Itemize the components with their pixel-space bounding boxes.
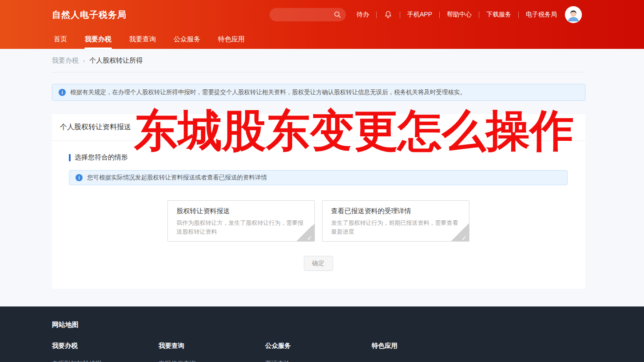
- search-container: [270, 8, 346, 21]
- etax-bureau-link[interactable]: 电子税务局: [526, 11, 557, 19]
- footer-link[interactable]: 票证查验: [265, 360, 372, 362]
- footer-link[interactable]: 申报信息查询: [159, 360, 265, 362]
- card-title: 查看已报送资料的受理详情: [331, 207, 460, 215]
- avatar-image: [565, 6, 582, 23]
- chevron-right-icon: ›: [83, 57, 85, 64]
- footer-col-heading: 特色应用: [372, 342, 478, 350]
- top-notice-text: 根据有关规定，在办理个人股权转让所得申报时，需要提交个人股权转让相关资料，股权受…: [70, 88, 466, 96]
- card-title: 股权转让资料报送: [177, 207, 306, 215]
- divider: [518, 12, 519, 18]
- sitemap-heading: 网站地图: [52, 321, 644, 329]
- section-label-text: 选择您符合的情形: [75, 153, 128, 162]
- user-avatar[interactable]: [565, 6, 582, 23]
- main-panel: 个人股权转让资料报送 选择您符合的情形 i 您可根据实际情况发起股权转让资料报送…: [52, 114, 585, 289]
- footer-col-featured-apps: 特色应用: [372, 342, 478, 362]
- mobile-app-link[interactable]: 手机APP: [407, 11, 432, 19]
- breadcrumb-parent[interactable]: 我要办税: [52, 56, 79, 65]
- card-description: 发生了股权转让行为，前期已报送资料，需要查看最新进度: [331, 219, 460, 236]
- section-accent-bar: [69, 154, 71, 161]
- divider: [439, 12, 440, 18]
- card-submit-transfer-materials[interactable]: 股权转让资料报送 我作为股权转让方，发生了股权转让行为，需要报送股权转让资料: [167, 200, 315, 242]
- divider: [400, 12, 400, 18]
- breadcrumb-current: 个人股权转让所得: [89, 56, 143, 65]
- info-icon: i: [59, 89, 66, 96]
- confirm-button[interactable]: 确定: [304, 256, 333, 271]
- brand-title: 自然人电子税务局: [52, 9, 127, 21]
- page-content: 我要办税 › 个人股权转让所得 i 根据有关规定，在办理个人股权转让所得申报时，…: [52, 49, 585, 289]
- panel-title: 个人股权转让资料报送: [52, 114, 585, 141]
- footer-col-query: 我要查询 申报信息查询: [159, 342, 265, 362]
- notification-bell-icon[interactable]: [384, 10, 393, 19]
- option-cards: 股权转让资料报送 我作为股权转让方，发生了股权转让行为，需要报送股权转让资料 查…: [69, 200, 568, 242]
- page-footer: 网站地图 我要办税 专项附加扣除填报 我要查询 申报信息查询 公众服务 票证查验…: [0, 306, 644, 362]
- footer-col-heading: 我要办税: [52, 342, 159, 350]
- main-nav: 首页 我要办税 我要查询 公众服务 特色应用: [0, 29, 644, 49]
- nav-item-query[interactable]: 我要查询: [127, 29, 158, 49]
- footer-col-tax-handling: 我要办税 专项附加扣除填报: [52, 342, 159, 362]
- footer-columns: 我要办税 专项附加扣除填报 我要查询 申报信息查询 公众服务 票证查验 特色应用: [52, 342, 644, 362]
- app-header: 自然人电子税务局 待办 手机APP 帮助中心 下载服务 电子税务局: [0, 0, 644, 49]
- footer-col-heading: 我要查询: [159, 342, 265, 350]
- divider: [376, 12, 377, 18]
- info-icon: i: [76, 174, 83, 181]
- help-center-link[interactable]: 帮助中心: [447, 11, 472, 19]
- search-icon[interactable]: [334, 11, 342, 19]
- download-service-link[interactable]: 下载服务: [486, 11, 511, 19]
- header-top-row: 自然人电子税务局 待办 手机APP 帮助中心 下载服务 电子税务局: [0, 0, 644, 29]
- confirm-row: 确定: [69, 256, 568, 271]
- footer-link[interactable]: 专项附加扣除填报: [52, 360, 159, 362]
- nav-item-tax-handling[interactable]: 我要办税: [83, 29, 113, 49]
- checkmark-corner-icon: [297, 223, 314, 241]
- card-description: 我作为股权转让方，发生了股权转让行为，需要报送股权转让资料: [177, 219, 306, 236]
- divider: [479, 12, 479, 18]
- nav-item-home[interactable]: 首页: [52, 29, 69, 49]
- inner-notice-text: 您可根据实际情况发起股权转让资料报送或者查看已报送的资料详情: [87, 174, 267, 182]
- section-label: 选择您符合的情形: [69, 153, 568, 162]
- breadcrumb: 我要办税 › 个人股权转让所得: [52, 49, 585, 72]
- header-menu: 待办 手机APP 帮助中心 下载服务 电子税务局: [357, 10, 557, 19]
- panel-body: 选择您符合的情形 i 您可根据实际情况发起股权转让资料报送或者查看已报送的资料详…: [52, 153, 585, 289]
- footer-col-heading: 公众服务: [265, 342, 372, 350]
- top-notice-banner: i 根据有关规定，在办理个人股权转让所得申报时，需要提交个人股权转让相关资料，股…: [52, 84, 585, 101]
- inner-notice-banner: i 您可根据实际情况发起股权转让资料报送或者查看已报送的资料详情: [69, 170, 568, 185]
- todo-link[interactable]: 待办: [357, 11, 369, 19]
- nav-item-public-service[interactable]: 公众服务: [172, 29, 202, 49]
- card-view-submitted-status[interactable]: 查看已报送资料的受理详情 发生了股权转让行为，前期已报送资料，需要查看最新进度: [322, 200, 469, 242]
- footer-col-public-service: 公众服务 票证查验: [265, 342, 372, 362]
- nav-item-featured-apps[interactable]: 特色应用: [216, 29, 246, 49]
- checkmark-corner-icon: [451, 223, 469, 241]
